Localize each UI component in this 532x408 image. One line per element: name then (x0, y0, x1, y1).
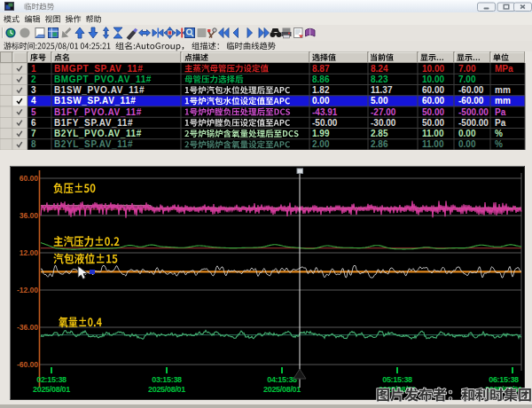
svg-text:B1FY_PVO.AV_11#: B1FY_PVO.AV_11# (54, 107, 142, 117)
svg-text:1.99: 1.99 (312, 129, 330, 138)
svg-text:-30.00: -30.00 (371, 118, 396, 128)
svg-text:-27.00: -27.00 (371, 107, 396, 117)
svg-text:04:15:38: 04:15:38 (267, 375, 297, 384)
svg-text:B1SW_SP.AV_11#: B1SW_SP.AV_11# (54, 96, 137, 106)
svg-text:2025/08/01: 2025/08/01 (33, 385, 70, 394)
svg-text:-43.91: -43.91 (312, 107, 338, 117)
svg-text:0.00: 0.00 (458, 129, 476, 138)
svg-text:10.00: 10.00 (422, 64, 444, 74)
svg-text:-500.00: -500.00 (458, 118, 489, 128)
svg-text:1: 1 (31, 64, 36, 74)
svg-text:5.00: 5.00 (371, 96, 388, 106)
svg-text:12.00: 12.00 (20, 248, 39, 257)
svg-text:50.00: 50.00 (422, 118, 444, 128)
svg-text:B2YL_SP.AV_11#: B2YL_SP.AV_11# (54, 139, 133, 149)
svg-text:-50.00: -50.00 (312, 118, 338, 128)
svg-text:8.23: 8.23 (371, 75, 388, 84)
svg-text:60.00: 60.00 (422, 96, 444, 106)
svg-text:%: % (495, 129, 503, 138)
svg-text:mm: mm (495, 96, 511, 106)
svg-text:11.37: 11.37 (371, 85, 393, 95)
svg-text:B1SW_PVO.AV_11#: B1SW_PVO.AV_11# (54, 85, 145, 95)
svg-text:mm: mm (495, 85, 511, 95)
svg-text:-36.00: -36.00 (17, 323, 38, 332)
svg-text:8.24: 8.24 (371, 64, 388, 74)
svg-text:8: 8 (31, 139, 36, 149)
svg-text:11.00: 11.00 (422, 129, 444, 138)
svg-text:3: 3 (31, 85, 36, 95)
svg-text:-500.00: -500.00 (458, 107, 489, 117)
svg-text:2025/08/01: 2025/08/01 (148, 385, 185, 394)
svg-text:5: 5 (31, 107, 36, 117)
svg-text:2025/08/01: 2025/08/01 (263, 385, 301, 394)
svg-text:%: % (495, 139, 503, 149)
svg-text:36.00: 36.00 (20, 211, 39, 220)
svg-text:6: 6 (31, 118, 36, 128)
svg-text:-60.00: -60.00 (458, 96, 484, 106)
svg-text:B2YL_PVO.AV_11#: B2YL_PVO.AV_11# (54, 129, 142, 138)
svg-text:8.86: 8.86 (312, 75, 330, 84)
svg-text:-60.00: -60.00 (17, 360, 38, 369)
svg-text:03:15:38: 03:15:38 (152, 375, 182, 384)
svg-text:0.00: 0.00 (312, 96, 330, 106)
svg-text:-60.00: -60.00 (458, 85, 484, 95)
svg-text:60.00: 60.00 (422, 85, 444, 95)
svg-text:-12.00: -12.00 (17, 286, 38, 294)
svg-text:MPa: MPa (495, 64, 513, 74)
svg-text:60.00: 60.00 (20, 174, 39, 183)
svg-text:7: 7 (31, 129, 36, 138)
svg-text:10.00: 10.00 (422, 75, 444, 84)
svg-text:8.87: 8.87 (312, 64, 330, 74)
svg-text:BMGPT_PVO.AV_11#: BMGPT_PVO.AV_11# (54, 75, 152, 84)
svg-text:11.00: 11.00 (422, 139, 444, 149)
svg-text:7.00: 7.00 (458, 64, 476, 74)
svg-text:0.00: 0.00 (458, 139, 476, 149)
svg-text:2.85: 2.85 (371, 129, 388, 138)
svg-text:02:15:38: 02:15:38 (36, 375, 66, 384)
svg-text:4: 4 (31, 96, 36, 106)
svg-text:7.00: 7.00 (458, 75, 476, 84)
svg-text:2.00: 2.00 (312, 139, 330, 149)
svg-text:1.82: 1.82 (312, 85, 330, 95)
svg-text:Pa: Pa (495, 107, 506, 117)
svg-text:50.00: 50.00 (422, 107, 444, 117)
svg-text:Pa: Pa (495, 118, 506, 128)
svg-text:2.86: 2.86 (371, 139, 388, 149)
svg-text:B1FY_SP.AV_11#: B1FY_SP.AV_11# (54, 118, 133, 128)
svg-text:2: 2 (31, 75, 36, 84)
svg-text:BMGPT_SP.AV_11#: BMGPT_SP.AV_11# (54, 64, 143, 74)
